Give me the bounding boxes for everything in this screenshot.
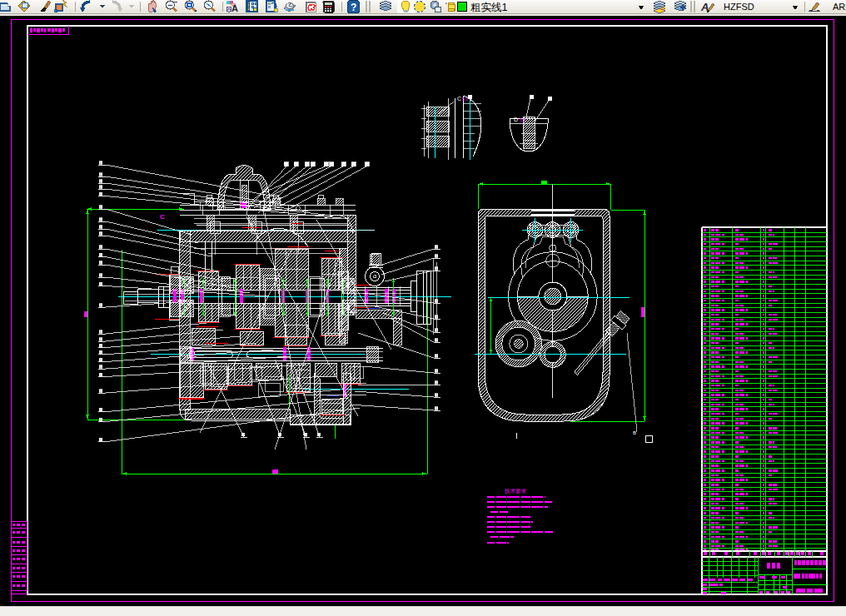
svg-text:粗实线1: 粗实线1 [470, 2, 508, 13]
svg-text:技术要求: 技术要求 [504, 488, 527, 494]
svg-text:D: D [514, 117, 518, 122]
svg-text:?: ? [351, 2, 356, 13]
svg-text:ARR: ARR [833, 2, 846, 12]
svg-text:HZFSD: HZFSD [724, 2, 754, 12]
svg-text:C: C [160, 213, 165, 221]
svg-text:5:1: 5:1 [462, 97, 468, 102]
svg-text:C: C [457, 96, 461, 102]
svg-text:B: B [633, 430, 636, 435]
svg-text:A: A [231, 3, 238, 13]
svg-text:5:1: 5:1 [520, 117, 525, 122]
